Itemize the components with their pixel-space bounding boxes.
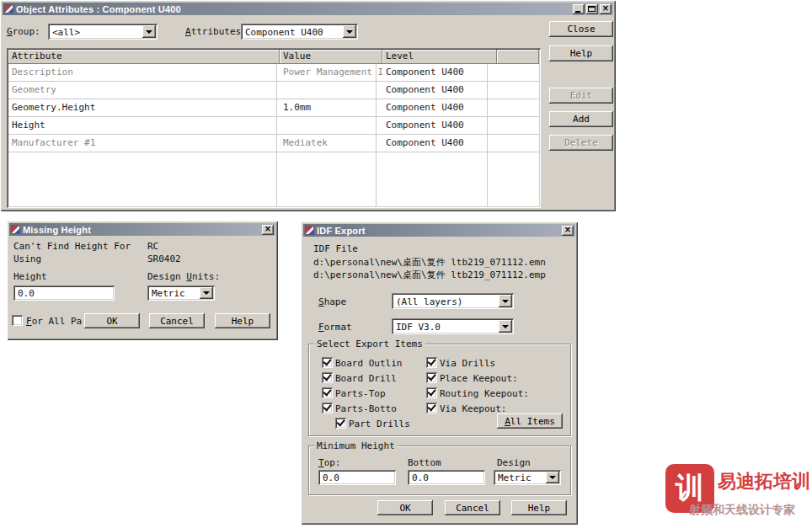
ok-button[interactable]: OK: [84, 313, 140, 328]
table-row[interactable]: Geometry.Height 1.0mm Component U400: [8, 99, 539, 117]
window-controls: ×: [262, 225, 274, 235]
attributes-table[interactable]: Attribute Value Level Description Power …: [7, 48, 541, 208]
watermark-title: 易迪拓培训: [718, 469, 810, 494]
cell-value: Power Management IC: [280, 64, 382, 81]
close-window-button[interactable]: ×: [562, 226, 574, 236]
attributes-combobox-value: Component U400: [245, 26, 323, 37]
close-icon: ×: [600, 3, 612, 13]
column-header-attribute[interactable]: Attribute: [8, 50, 280, 64]
ok-button[interactable]: OK: [377, 500, 433, 515]
parts-bottom-checkbox[interactable]: [322, 403, 333, 413]
for-all-parts-checkbox[interactable]: [12, 315, 23, 326]
board-outline-checkbox[interactable]: [322, 357, 333, 368]
parts-top-label[interactable]: Parts-Top: [335, 388, 386, 399]
decal-name-value: SR0402: [147, 253, 181, 264]
chevron-down-icon: [346, 30, 353, 34]
column-header-spacer: [497, 50, 539, 64]
cancel-button[interactable]: Cancel: [149, 313, 205, 328]
desktop: Object Attributes : Component U400 × Gro…: [0, 0, 812, 528]
cell-attribute: Geometry.Height: [8, 99, 280, 116]
minimize-icon: [575, 11, 580, 13]
part-drills-checkbox[interactable]: [335, 418, 346, 429]
cancel-button[interactable]: Cancel: [445, 500, 500, 515]
routing-keepout-checkbox[interactable]: [426, 387, 437, 398]
cell-level: Component U400: [382, 82, 497, 99]
maximize-icon: [588, 6, 596, 12]
cell-level: Component U400: [382, 135, 497, 152]
height-input[interactable]: [13, 285, 115, 301]
table-header-row: Attribute Value Level: [8, 50, 539, 64]
via-drills-label[interactable]: Via Drills: [440, 358, 495, 369]
attributes-combobox[interactable]: Component U400: [241, 24, 358, 40]
table-row[interactable]: Description Power Management IC Componen…: [8, 64, 539, 82]
design-units-combobox[interactable]: Metric: [494, 470, 561, 485]
via-keepout-checkbox[interactable]: [426, 403, 437, 413]
table-row[interactable]: Height Component U400: [8, 117, 539, 135]
table-row[interactable]: Geometry Component U400: [8, 82, 539, 99]
cell-level: Component U400: [382, 117, 497, 134]
column-header-level[interactable]: Level: [382, 50, 497, 64]
cell-attribute: Geometry: [8, 82, 280, 99]
shape-combobox-dropdown-button[interactable]: [499, 295, 512, 307]
all-items-button[interactable]: All Items: [497, 413, 563, 429]
format-combobox[interactable]: IDF V3.0: [392, 318, 514, 334]
parts-top-checkbox[interactable]: [322, 387, 333, 398]
group-combobox-dropdown-button[interactable]: [142, 25, 156, 38]
routing-keepout-label[interactable]: Routing Keepout:: [440, 388, 529, 399]
group-combobox[interactable]: <all>: [48, 24, 158, 40]
close-window-button[interactable]: ×: [262, 225, 274, 235]
object-attributes-titlebar[interactable]: Object Attributes : Component U400 ×: [3, 3, 613, 15]
units-combobox[interactable]: Metric: [147, 285, 215, 301]
missing-height-titlebar[interactable]: Missing Height ×: [9, 223, 275, 236]
table-row[interactable]: Manufacturer #1 Mediatek Component U400: [8, 135, 539, 152]
via-drills-checkbox[interactable]: [426, 357, 437, 368]
cant-find-height-label: Can't Find Height For: [13, 241, 131, 252]
shape-label: Shape: [318, 296, 346, 307]
idf-export-titlebar[interactable]: IDF Export ×: [303, 224, 575, 237]
check-icon: [323, 387, 331, 397]
cell-value: [280, 117, 382, 134]
for-all-parts-label[interactable]: For All Pa: [26, 316, 82, 327]
units-combobox-dropdown-button[interactable]: [200, 287, 213, 299]
attributes-label: Attributes: [185, 26, 241, 37]
bottom-height-input[interactable]: [408, 470, 485, 485]
cell-attribute: Manufacturer #1: [8, 135, 280, 152]
top-height-input[interactable]: [318, 470, 396, 485]
close-icon: ×: [562, 225, 574, 235]
format-combobox-dropdown-button[interactable]: [499, 320, 512, 333]
check-icon: [427, 357, 435, 366]
attributes-combobox-dropdown-button[interactable]: [343, 25, 356, 38]
board-drill-label[interactable]: Board Drill: [335, 373, 397, 384]
parts-bottom-label[interactable]: Parts-Botto: [335, 403, 397, 414]
group-combobox-value: <all>: [52, 26, 80, 37]
window-title: Object Attributes : Component U400: [16, 4, 570, 14]
delete-button[interactable]: Delete: [549, 135, 613, 151]
missing-height-dialog: Missing Height × Can't Find Height For R…: [7, 221, 278, 340]
edit-button[interactable]: Edit: [549, 88, 613, 104]
cell-attribute: Height: [8, 117, 280, 134]
help-button[interactable]: Help: [549, 45, 613, 61]
close-window-button[interactable]: ×: [600, 4, 612, 14]
add-button[interactable]: Add: [549, 111, 613, 127]
chevron-down-icon: [549, 476, 556, 479]
cell-value: Mediatek: [280, 135, 382, 152]
design-units-combobox-value: Metric: [498, 472, 532, 483]
chevron-down-icon: [502, 325, 509, 328]
board-drill-checkbox[interactable]: [322, 372, 333, 383]
shape-combobox-value: (All layers): [396, 296, 462, 307]
place-keepout-checkbox[interactable]: [426, 372, 437, 383]
design-units-combobox-dropdown-button[interactable]: [546, 472, 559, 483]
minimize-button[interactable]: [573, 4, 585, 14]
help-button[interactable]: Help: [215, 313, 270, 328]
app-icon: [11, 225, 20, 234]
close-button[interactable]: Close: [549, 21, 613, 37]
part-drills-label[interactable]: Part Drills: [349, 419, 410, 429]
help-button[interactable]: Help: [511, 500, 567, 515]
place-keepout-label[interactable]: Place Keepout:: [440, 373, 518, 384]
maximize-button[interactable]: [586, 4, 598, 14]
chevron-down-icon: [146, 30, 152, 34]
chevron-down-icon: [203, 291, 210, 295]
board-outline-label[interactable]: Board Outlin: [335, 358, 402, 369]
column-header-value[interactable]: Value: [280, 50, 382, 64]
shape-combobox[interactable]: (All layers): [392, 293, 514, 309]
